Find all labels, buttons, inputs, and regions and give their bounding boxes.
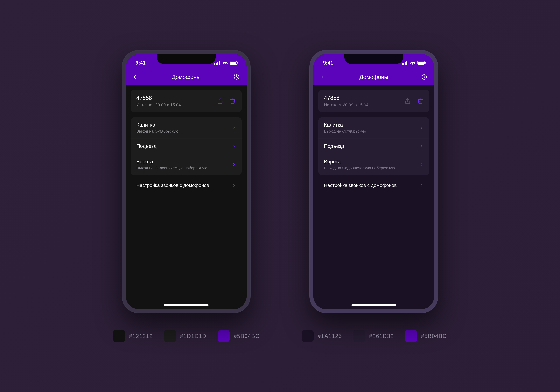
navbar: Домофоны	[126, 69, 247, 85]
svg-rect-10	[403, 63, 404, 65]
palette-row: #121212 #1D1D1D #5B04BC #1A1125 #261D32 …	[0, 330, 560, 342]
settings-label: Настройка звонков с домофонов	[324, 182, 397, 188]
code-actions	[217, 98, 236, 104]
svg-rect-2	[217, 62, 218, 65]
palette-group-dark: #121212 #1D1D1D #5B04BC	[113, 330, 260, 342]
access-code-card: 47858 Истекает 20.09 в 15:04	[131, 90, 242, 112]
entry-row-entrance[interactable]: Подъезд	[318, 139, 429, 154]
screen-dark: 9:41 Домофоны	[126, 54, 247, 309]
history-button[interactable]	[420, 73, 428, 81]
entry-subtitle: Выход на Октябрьскую	[136, 129, 178, 134]
notch	[157, 54, 216, 64]
entry-title: Ворота	[324, 159, 395, 165]
page-title: Домофоны	[327, 74, 420, 80]
chevron-right-icon	[232, 126, 236, 130]
code-value: 47858	[324, 95, 369, 101]
color-swatch	[301, 330, 314, 342]
notch	[344, 54, 403, 64]
swatch-label: #5B04BC	[421, 333, 447, 339]
wifi-icon	[410, 61, 416, 65]
content: 47858 Истекает 20.09 в 15:04	[313, 85, 434, 198]
code-info: 47858 Истекает 20.09 в 15:04	[136, 95, 181, 107]
swatch-label: #5B04BC	[234, 333, 260, 339]
svg-rect-6	[237, 62, 238, 64]
svg-rect-11	[405, 62, 406, 65]
chevron-right-icon	[232, 144, 236, 148]
entry-title: Подъезд	[136, 143, 157, 149]
history-button[interactable]	[233, 73, 240, 81]
code-info: 47858 Истекает 20.09 в 15:04	[324, 95, 369, 107]
swatch-label: #121212	[129, 333, 153, 339]
share-button[interactable]	[217, 98, 223, 104]
chevron-right-icon	[232, 162, 236, 166]
phone-mockup-dark: 9:41 Домофоны	[122, 50, 250, 313]
delete-button[interactable]	[417, 98, 424, 104]
status-time: 9:41	[136, 60, 146, 66]
settings-label: Настройка звонков с домофонов	[136, 182, 209, 188]
share-button[interactable]	[404, 98, 411, 104]
svg-rect-3	[219, 61, 220, 65]
back-button[interactable]	[320, 73, 327, 81]
color-swatch	[164, 330, 176, 342]
page-title: Домофоны	[140, 74, 233, 80]
signal-icon	[214, 61, 220, 65]
chevron-right-icon	[420, 183, 424, 187]
code-actions	[404, 98, 424, 104]
chevron-right-icon	[420, 144, 424, 148]
color-swatch	[353, 330, 365, 342]
phones-stage: 9:41 Домофоны	[122, 50, 438, 313]
svg-rect-0	[214, 63, 215, 65]
swatch-item: #5B04BC	[405, 330, 447, 342]
chevron-right-icon	[232, 183, 236, 187]
entry-title: Калитка	[136, 122, 178, 128]
svg-rect-1	[216, 63, 217, 65]
delete-button[interactable]	[229, 98, 236, 104]
swatch-label: #1D1D1D	[180, 333, 207, 339]
entries-list: Калитка Выход на Октябрьскую Подъезд	[131, 117, 242, 175]
content: 47858 Истекает 20.09 в 15:04	[126, 85, 247, 198]
entry-title: Подъезд	[324, 143, 344, 149]
access-code-card: 47858 Истекает 20.09 в 15:04	[318, 90, 429, 112]
code-expiry: Истекает 20.09 в 15:04	[136, 102, 181, 107]
entry-subtitle: Выход на Садовническую набережную	[136, 166, 207, 170]
color-swatch	[405, 330, 417, 342]
chevron-right-icon	[420, 126, 424, 130]
entries-list: Калитка Выход на Октябрьскую Подъезд	[318, 117, 429, 175]
code-expiry: Истекает 20.09 в 15:04	[324, 102, 369, 107]
swatch-item: #261D32	[353, 330, 394, 342]
entry-row-vehicle-gate[interactable]: Ворота Выход на Садовническую набережную	[131, 154, 242, 175]
settings-row[interactable]: Настройка звонков с домофонов	[131, 178, 242, 193]
home-indicator[interactable]	[164, 304, 209, 306]
home-indicator[interactable]	[351, 304, 396, 306]
chevron-right-icon	[420, 162, 424, 166]
svg-rect-14	[418, 62, 424, 64]
color-swatch	[113, 330, 125, 342]
back-button[interactable]	[132, 73, 140, 81]
entry-row-gate[interactable]: Калитка Выход на Октябрьскую	[131, 117, 242, 139]
battery-icon	[230, 61, 238, 65]
wifi-icon	[222, 61, 228, 65]
screen-purple: 9:41 Домофоны	[313, 54, 434, 309]
settings-row[interactable]: Настройка звонков с домофонов	[318, 178, 429, 193]
battery-icon	[418, 61, 426, 65]
swatch-item: #1A1125	[301, 330, 342, 342]
phone-mockup-purple: 9:41 Домофоны	[310, 50, 438, 313]
svg-rect-15	[425, 62, 426, 64]
palette-group-purple: #1A1125 #261D32 #5B04BC	[301, 330, 447, 342]
entry-title: Ворота	[136, 159, 207, 165]
entry-row-entrance[interactable]: Подъезд	[131, 139, 242, 154]
svg-rect-5	[230, 62, 236, 64]
swatch-item: #1D1D1D	[164, 330, 207, 342]
code-value: 47858	[136, 95, 181, 101]
entry-row-vehicle-gate[interactable]: Ворота Выход на Садовническую набережную	[318, 154, 429, 175]
svg-rect-12	[406, 61, 407, 65]
status-time: 9:41	[323, 60, 333, 66]
swatch-label: #1A1125	[318, 333, 342, 339]
entry-row-gate[interactable]: Калитка Выход на Октябрьскую	[318, 117, 429, 139]
status-icons	[214, 61, 238, 65]
svg-rect-9	[402, 63, 403, 65]
entry-subtitle: Выход на Октябрьскую	[324, 129, 366, 134]
signal-icon	[402, 61, 408, 65]
entry-title: Калитка	[324, 122, 366, 128]
color-swatch	[218, 330, 230, 342]
